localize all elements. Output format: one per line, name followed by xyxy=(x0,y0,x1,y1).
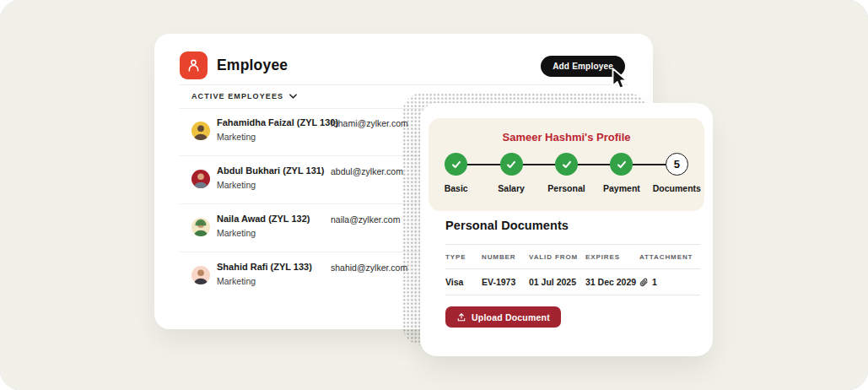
person-icon xyxy=(186,57,202,73)
step-payment[interactable]: Payment xyxy=(594,153,649,193)
step-documents[interactable]: 5 Documents xyxy=(650,153,704,193)
employee-email: abdul@zylker.com xyxy=(331,166,403,176)
profile-title: Sameer Hashmi's Profile xyxy=(429,118,704,144)
avatar-silhouette-icon xyxy=(191,170,210,188)
attachment-count: 1 xyxy=(652,277,657,287)
documents-table: TYPE NUMBER VALID FROM EXPIRES ATTACHMEN… xyxy=(445,244,700,295)
step-label: Basic xyxy=(445,183,468,193)
employee-department: Marketing xyxy=(217,180,256,190)
employee-department: Marketing xyxy=(217,276,256,286)
profile-stepper-panel: Sameer Hashmi's Profile Basic Salary xyxy=(429,118,704,211)
employee-email: fahami@zylker.com xyxy=(331,118,408,128)
column-header-valid-from: VALID FROM xyxy=(529,253,585,261)
profile-card: Sameer Hashmi's Profile Basic Salary xyxy=(420,103,713,356)
documents-table-header: TYPE NUMBER VALID FROM EXPIRES ATTACHMEN… xyxy=(445,244,700,269)
column-header-type: TYPE xyxy=(445,253,482,261)
employee-name: Fahamidha Faizal (ZYL 130) xyxy=(217,117,338,127)
upload-document-button[interactable]: Upload Document xyxy=(445,306,561,328)
document-valid-from: 01 Jul 2025 xyxy=(529,277,585,287)
add-employee-button[interactable]: Add Employee xyxy=(541,56,625,77)
employee-email: naila@zylker.com xyxy=(331,214,400,225)
step-label: Payment xyxy=(603,183,640,193)
document-number: EV-1973 xyxy=(482,277,529,287)
avatar xyxy=(191,122,210,140)
step-label: Documents xyxy=(653,183,701,193)
step-check-icon xyxy=(500,153,523,176)
active-employees-label: ACTIVE EMPLOYEES xyxy=(191,92,283,100)
employee-department: Marketing xyxy=(217,132,256,142)
stepper: Basic Salary Personal xyxy=(429,153,704,193)
paperclip-icon xyxy=(639,278,649,287)
step-label: Personal xyxy=(547,183,585,193)
upload-icon xyxy=(456,312,466,322)
step-number-badge: 5 xyxy=(666,153,688,176)
employee-email: shahid@zylker.com xyxy=(331,263,407,273)
document-type: Visa xyxy=(445,277,482,287)
avatar xyxy=(191,218,210,236)
step-label: Salary xyxy=(498,183,525,193)
step-basic[interactable]: Basic xyxy=(429,153,483,193)
employee-name: Abdul Bukhari (ZYL 131) xyxy=(217,165,325,176)
avatar-silhouette-icon xyxy=(191,122,210,140)
employee-name: Shahid Rafi (ZYL 133) xyxy=(217,262,312,272)
attachment-cell[interactable]: 1 xyxy=(639,277,700,287)
section-heading: Personal Documents xyxy=(445,219,569,232)
upload-button-label: Upload Document xyxy=(472,312,550,322)
column-header-number: NUMBER xyxy=(482,253,529,261)
document-row[interactable]: Visa EV-1973 01 Jul 2025 31 Dec 2029 1 xyxy=(445,269,700,295)
step-personal[interactable]: Personal xyxy=(539,153,594,193)
step-salary[interactable]: Salary xyxy=(483,153,538,193)
employee-app-icon xyxy=(180,51,208,79)
active-employees-dropdown[interactable]: ACTIVE EMPLOYEES xyxy=(191,84,297,108)
avatar xyxy=(191,170,210,188)
column-header-expires: EXPIRES xyxy=(585,253,639,261)
employee-department: Marketing xyxy=(217,228,256,238)
document-expires: 31 Dec 2029 xyxy=(585,277,639,287)
avatar xyxy=(191,266,210,284)
employee-header: Employee Add Employee xyxy=(154,34,653,84)
column-header-attachment: ATTACHMENT xyxy=(639,253,700,261)
step-check-icon xyxy=(610,153,633,176)
avatar-silhouette-icon xyxy=(191,266,210,284)
step-check-icon xyxy=(445,153,467,176)
screen: Employee Add Employee ACTIVE EMPLOYEES F… xyxy=(0,0,868,390)
avatar-silhouette-icon xyxy=(191,218,210,236)
employee-name: Naila Awad (ZYL 132) xyxy=(217,214,310,224)
page-title: Employee xyxy=(217,57,288,74)
step-check-icon xyxy=(555,153,578,176)
chevron-down-icon xyxy=(289,94,297,99)
